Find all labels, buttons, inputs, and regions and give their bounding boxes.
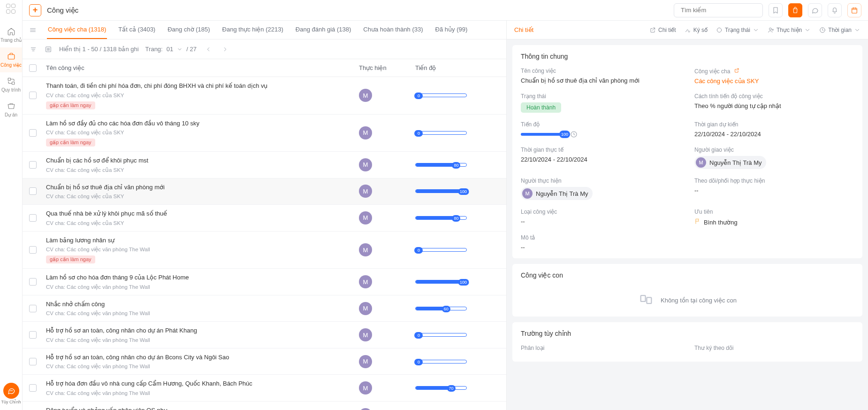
add-button[interactable]: + bbox=[29, 4, 41, 16]
task-title: Qua thuế nhà bè xử lý khôi phục mã số th… bbox=[46, 209, 354, 218]
sidebar-item-tasks[interactable]: Công việc bbox=[0, 47, 22, 72]
avatar[interactable]: M bbox=[359, 89, 372, 102]
progress-bar: 80 bbox=[415, 216, 467, 220]
row-checkbox[interactable] bbox=[29, 129, 37, 137]
customize-label[interactable]: Tùy Chỉnh bbox=[1, 400, 21, 404]
table-row[interactable]: Hỗ trợ hóa đơn đầu vô nhà cung cấp Cẩm H… bbox=[23, 375, 506, 402]
sidebar-item-home[interactable]: Trang chủ bbox=[0, 23, 22, 47]
sidebar-label-project: Dự án bbox=[5, 112, 17, 117]
next-page-button[interactable] bbox=[220, 44, 230, 54]
svg-rect-1 bbox=[8, 78, 10, 80]
row-checkbox[interactable] bbox=[29, 246, 37, 254]
sidebar-item-process[interactable]: Quy trình bbox=[0, 72, 22, 97]
avatar[interactable]: M bbox=[359, 328, 372, 341]
progress-pct: 0 bbox=[414, 93, 423, 99]
prev-page-button[interactable] bbox=[203, 44, 213, 54]
dh-time[interactable]: Thời gian bbox=[819, 27, 860, 33]
flag-icon bbox=[694, 218, 701, 224]
avatar[interactable]: M bbox=[359, 185, 372, 198]
table-row[interactable]: Nhắc nhở chấm côngCV cha: Các công việc … bbox=[23, 295, 506, 322]
row-checkbox[interactable] bbox=[29, 358, 37, 365]
col-prog-header: Tiến độ bbox=[415, 64, 500, 71]
bookmark-button[interactable] bbox=[769, 3, 783, 17]
avatar[interactable]: M bbox=[359, 302, 372, 315]
table-row[interactable]: Qua thuế nhà bè xử lý khôi phục mã số th… bbox=[23, 205, 506, 232]
avatar[interactable]: M bbox=[359, 126, 372, 139]
avatar[interactable]: M bbox=[359, 381, 372, 395]
progress-pct: 70 bbox=[447, 385, 456, 392]
search-input[interactable] bbox=[681, 7, 760, 14]
avatar[interactable]: M bbox=[359, 211, 372, 224]
row-checkbox[interactable] bbox=[29, 214, 37, 222]
chip-nguoigiao[interactable]: M Nguyễn Thị Trà My bbox=[694, 156, 766, 169]
avatar[interactable]: M bbox=[359, 355, 372, 368]
task-subtitle: CV cha: Các công việc văn phòng The Wall bbox=[46, 246, 354, 253]
tab-review[interactable]: Đang đánh giá (138) bbox=[295, 21, 352, 39]
table-row[interactable]: Chuẩn bị hồ sơ thuê địa chỉ văn phòng mớ… bbox=[23, 178, 506, 205]
row-checkbox[interactable] bbox=[29, 278, 37, 286]
avatar[interactable]: M bbox=[359, 243, 372, 256]
row-checkbox[interactable] bbox=[29, 384, 37, 392]
table-row[interactable]: Làm bảng lương nhân sựCV cha: Các công v… bbox=[23, 232, 506, 269]
filter-button[interactable] bbox=[29, 45, 38, 54]
message-button[interactable] bbox=[808, 3, 822, 17]
dh-exec[interactable]: Thực hiện bbox=[768, 27, 811, 33]
dh-status[interactable]: Trạng thái bbox=[716, 27, 759, 33]
apps-grid-icon[interactable] bbox=[6, 4, 16, 14]
project-icon bbox=[7, 102, 15, 110]
bell-button[interactable] bbox=[828, 3, 842, 17]
dh-sign[interactable]: Ký số bbox=[685, 27, 708, 33]
list-view-button[interactable] bbox=[44, 45, 53, 54]
tab-parent[interactable]: Công việc cha (1318) bbox=[47, 21, 107, 39]
row-checkbox[interactable] bbox=[29, 161, 37, 169]
chevron-down-icon[interactable] bbox=[177, 46, 183, 52]
row-checkbox[interactable] bbox=[29, 187, 37, 195]
val-cvcha[interactable]: Các công việc của SKY bbox=[694, 77, 854, 85]
val-loai: -- bbox=[521, 218, 680, 225]
search-box[interactable] bbox=[674, 3, 763, 17]
tab-waiting[interactable]: Đang chờ (185) bbox=[167, 21, 211, 39]
card-custom-fields: Trường tùy chỉnh Phân loại Thư ký theo d… bbox=[512, 322, 862, 362]
table-row[interactable]: Làm hồ sơ đầy đủ cho các hóa đơn đầu vô … bbox=[23, 115, 506, 152]
table-row[interactable]: Làm hồ sơ cho hóa đơn tháng 9 của Lộc Ph… bbox=[23, 269, 506, 295]
task-title: Chuẩn bị các hồ sơ để khôi phục mst bbox=[46, 156, 354, 165]
progress-pct: 100 bbox=[458, 188, 469, 195]
history-icon[interactable] bbox=[570, 131, 578, 138]
bag-button[interactable] bbox=[788, 3, 802, 17]
page-current[interactable]: 01 bbox=[167, 46, 173, 53]
tab-incomplete[interactable]: Chưa hoàn thành (33) bbox=[362, 21, 424, 39]
chat-button[interactable] bbox=[3, 383, 19, 399]
table-row[interactable]: Đăng tuyển và phỏng vấn nhân viên QS phụ… bbox=[23, 402, 506, 410]
tab-cancelled[interactable]: Đã hủy (99) bbox=[434, 21, 469, 39]
table-row[interactable]: Hỗ trợ hồ sơ an toàn, công nhân cho dự á… bbox=[23, 348, 506, 375]
table-row[interactable]: Thanh toán, đi tiền chi phí hóa đơn, chi… bbox=[23, 77, 506, 115]
table-row[interactable]: Chuẩn bị các hồ sơ để khôi phục mstCV ch… bbox=[23, 152, 506, 178]
detail-header-title: Chi tiết bbox=[514, 26, 641, 33]
dh-detail[interactable]: Chi tiết bbox=[649, 27, 676, 33]
avatar[interactable]: M bbox=[359, 275, 372, 288]
label-theodoi: Theo dõi/phối hợp thực hiện bbox=[694, 178, 854, 184]
avatar[interactable]: M bbox=[359, 158, 372, 171]
bag-icon bbox=[792, 7, 799, 14]
avatar[interactable]: M bbox=[359, 408, 372, 410]
row-checkbox[interactable] bbox=[29, 305, 37, 312]
row-checkbox[interactable] bbox=[29, 331, 37, 339]
label-nguoith: Người thực hiện bbox=[521, 178, 680, 184]
label-tgdk: Thời gian dự kiến bbox=[694, 121, 854, 128]
open-link-icon[interactable] bbox=[734, 68, 739, 73]
select-all-checkbox[interactable] bbox=[29, 64, 37, 72]
tab-doing[interactable]: Đang thực hiện (2213) bbox=[221, 21, 284, 39]
detail-header: Chi tiết Chi tiết Ký số Trạng thái Thực … bbox=[507, 21, 868, 39]
urgent-tag: gấp cần làm ngay bbox=[46, 139, 95, 147]
task-subtitle: CV cha: Các công việc văn phòng The Wall bbox=[46, 337, 354, 343]
calendar-button[interactable] bbox=[847, 3, 861, 17]
row-checkbox[interactable] bbox=[29, 92, 37, 99]
sidebar-item-project[interactable]: Dự án bbox=[0, 97, 22, 122]
menu-icon[interactable] bbox=[29, 26, 37, 34]
tab-all[interactable]: Tất cả (3403) bbox=[117, 21, 156, 39]
table-row[interactable]: Hỗ trợ hồ sơ an toàn, công nhân cho dự á… bbox=[23, 322, 506, 348]
chip-nguoith[interactable]: M Nguyễn Thị Trà My bbox=[521, 187, 593, 200]
val-ten: Chuẩn bị hồ sơ thuê địa chỉ văn phòng mớ… bbox=[521, 77, 680, 84]
progress-bar: 60 bbox=[415, 307, 467, 310]
task-subtitle: CV cha: Các công việc văn phòng The Wall bbox=[46, 310, 354, 317]
